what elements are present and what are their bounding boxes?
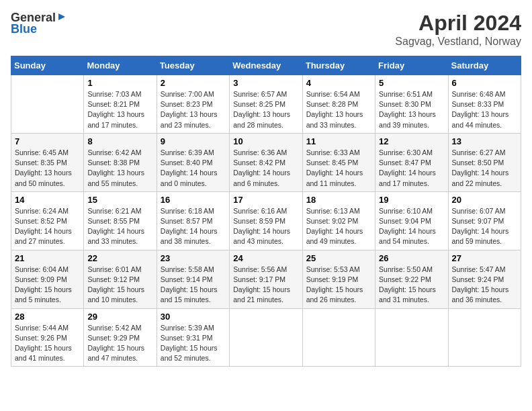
calendar-cell: 22Sunrise: 6:01 AMSunset: 9:12 PMDayligh… [84,250,157,308]
day-number: 13 [452,136,517,146]
calendar-cell: 23Sunrise: 5:58 AMSunset: 9:14 PMDayligh… [157,250,229,308]
day-number: 27 [452,253,517,263]
calendar-cell: 8Sunrise: 6:42 AMSunset: 8:38 PMDaylight… [84,133,157,191]
day-number: 3 [233,78,298,88]
calendar-week-row: 21Sunrise: 6:04 AMSunset: 9:09 PMDayligh… [11,250,521,308]
calendar-cell: 5Sunrise: 6:51 AMSunset: 8:30 PMDaylight… [375,75,448,134]
calendar-cell: 26Sunrise: 5:50 AMSunset: 9:22 PMDayligh… [375,250,448,308]
logo: General Blue [11,11,66,36]
weekday-header-thursday: Thursday [302,56,375,75]
day-info: Sunrise: 6:21 AMSunset: 8:55 PMDaylight:… [87,206,152,247]
day-number: 23 [161,253,226,263]
calendar-cell: 21Sunrise: 6:04 AMSunset: 9:09 PMDayligh… [11,250,84,308]
day-number: 5 [379,78,444,88]
weekday-header-tuesday: Tuesday [157,56,229,75]
calendar-cell: 9Sunrise: 6:39 AMSunset: 8:40 PMDaylight… [157,133,229,191]
day-info: Sunrise: 6:51 AMSunset: 8:30 PMDaylight:… [379,89,444,130]
day-info: Sunrise: 6:27 AMSunset: 8:50 PMDaylight:… [452,148,517,189]
day-info: Sunrise: 6:13 AMSunset: 9:02 PMDaylight:… [306,206,371,247]
day-number: 30 [161,312,226,322]
calendar-cell: 1Sunrise: 7:03 AMSunset: 8:21 PMDaylight… [84,75,157,134]
day-info: Sunrise: 5:50 AMSunset: 9:22 PMDaylight:… [379,265,444,306]
day-info: Sunrise: 6:04 AMSunset: 9:09 PMDaylight:… [15,265,80,306]
day-info: Sunrise: 5:44 AMSunset: 9:26 PMDaylight:… [15,323,80,364]
day-info: Sunrise: 6:10 AMSunset: 9:04 PMDaylight:… [379,206,444,247]
day-number: 24 [233,253,298,263]
day-info: Sunrise: 6:57 AMSunset: 8:25 PMDaylight:… [233,89,298,130]
day-number: 11 [306,136,371,146]
calendar-header-row: SundayMondayTuesdayWednesdayThursdayFrid… [11,56,521,75]
day-info: Sunrise: 7:03 AMSunset: 8:21 PMDaylight:… [87,89,152,130]
day-info: Sunrise: 5:42 AMSunset: 9:29 PMDaylight:… [87,323,152,364]
calendar-cell: 13Sunrise: 6:27 AMSunset: 8:50 PMDayligh… [448,133,521,191]
day-number: 19 [379,195,444,205]
logo-blue-text: Blue [11,22,37,36]
weekday-header-wednesday: Wednesday [230,56,302,75]
calendar-cell: 12Sunrise: 6:30 AMSunset: 8:47 PMDayligh… [375,133,448,191]
weekday-header-friday: Friday [375,56,448,75]
day-number: 17 [233,195,298,205]
day-number: 1 [87,78,152,88]
calendar-cell: 24Sunrise: 5:56 AMSunset: 9:17 PMDayligh… [230,250,302,308]
logo-arrow-icon [57,12,66,24]
calendar-cell [448,308,521,367]
day-number: 22 [87,253,152,263]
calendar-cell: 19Sunrise: 6:10 AMSunset: 9:04 PMDayligh… [375,191,448,250]
day-number: 25 [306,253,371,263]
day-number: 9 [161,136,226,146]
calendar-cell [375,308,448,367]
calendar-cell: 3Sunrise: 6:57 AMSunset: 8:25 PMDaylight… [230,75,302,134]
title-section: April 2024 Sagvag, Vestland, Norway [395,11,521,48]
day-number: 6 [452,78,517,88]
day-info: Sunrise: 6:42 AMSunset: 8:38 PMDaylight:… [87,148,152,189]
day-number: 20 [452,195,517,205]
day-info: Sunrise: 7:00 AMSunset: 8:23 PMDaylight:… [161,89,226,130]
calendar-cell: 17Sunrise: 6:16 AMSunset: 8:59 PMDayligh… [230,191,302,250]
location-subtitle: Sagvag, Vestland, Norway [395,36,521,48]
day-number: 18 [306,195,371,205]
page-header: General Blue April 2024 Sagvag, Vestland… [11,11,521,48]
day-info: Sunrise: 5:39 AMSunset: 9:31 PMDaylight:… [161,323,226,364]
weekday-header-monday: Monday [84,56,157,75]
calendar-cell: 11Sunrise: 6:33 AMSunset: 8:45 PMDayligh… [302,133,375,191]
calendar-cell: 27Sunrise: 5:47 AMSunset: 9:24 PMDayligh… [448,250,521,308]
day-number: 10 [233,136,298,146]
calendar-week-row: 1Sunrise: 7:03 AMSunset: 8:21 PMDaylight… [11,75,521,134]
calendar-cell: 15Sunrise: 6:21 AMSunset: 8:55 PMDayligh… [84,191,157,250]
day-info: Sunrise: 6:39 AMSunset: 8:40 PMDaylight:… [161,148,226,189]
day-number: 8 [87,136,152,146]
day-info: Sunrise: 6:36 AMSunset: 8:42 PMDaylight:… [233,148,298,189]
day-info: Sunrise: 6:54 AMSunset: 8:28 PMDaylight:… [306,89,371,130]
day-info: Sunrise: 6:18 AMSunset: 8:57 PMDaylight:… [161,206,226,247]
calendar-cell: 4Sunrise: 6:54 AMSunset: 8:28 PMDaylight… [302,75,375,134]
calendar-cell: 7Sunrise: 6:45 AMSunset: 8:35 PMDaylight… [11,133,84,191]
calendar-cell: 10Sunrise: 6:36 AMSunset: 8:42 PMDayligh… [230,133,302,191]
calendar-cell: 2Sunrise: 7:00 AMSunset: 8:23 PMDaylight… [157,75,229,134]
month-year-title: April 2024 [395,11,521,36]
calendar-week-row: 14Sunrise: 6:24 AMSunset: 8:52 PMDayligh… [11,191,521,250]
calendar-week-row: 28Sunrise: 5:44 AMSunset: 9:26 PMDayligh… [11,308,521,367]
calendar-cell: 28Sunrise: 5:44 AMSunset: 9:26 PMDayligh… [11,308,84,367]
day-info: Sunrise: 6:30 AMSunset: 8:47 PMDaylight:… [379,148,444,189]
calendar-cell: 29Sunrise: 5:42 AMSunset: 9:29 PMDayligh… [84,308,157,367]
calendar-week-row: 7Sunrise: 6:45 AMSunset: 8:35 PMDaylight… [11,133,521,191]
weekday-header-saturday: Saturday [448,56,521,75]
day-info: Sunrise: 6:48 AMSunset: 8:33 PMDaylight:… [452,89,517,130]
day-number: 21 [15,253,80,263]
day-info: Sunrise: 6:01 AMSunset: 9:12 PMDaylight:… [87,265,152,306]
day-number: 28 [15,312,80,322]
day-number: 7 [15,136,80,146]
day-number: 14 [15,195,80,205]
day-number: 29 [87,312,152,322]
day-info: Sunrise: 6:45 AMSunset: 8:35 PMDaylight:… [15,148,80,189]
day-info: Sunrise: 6:16 AMSunset: 8:59 PMDaylight:… [233,206,298,247]
calendar-cell: 16Sunrise: 6:18 AMSunset: 8:57 PMDayligh… [157,191,229,250]
day-info: Sunrise: 5:53 AMSunset: 9:19 PMDaylight:… [306,265,371,306]
day-number: 15 [87,195,152,205]
day-info: Sunrise: 5:56 AMSunset: 9:17 PMDaylight:… [233,265,298,306]
calendar-cell: 25Sunrise: 5:53 AMSunset: 9:19 PMDayligh… [302,250,375,308]
calendar-cell: 6Sunrise: 6:48 AMSunset: 8:33 PMDaylight… [448,75,521,134]
day-number: 4 [306,78,371,88]
calendar-cell [302,308,375,367]
calendar-cell: 18Sunrise: 6:13 AMSunset: 9:02 PMDayligh… [302,191,375,250]
